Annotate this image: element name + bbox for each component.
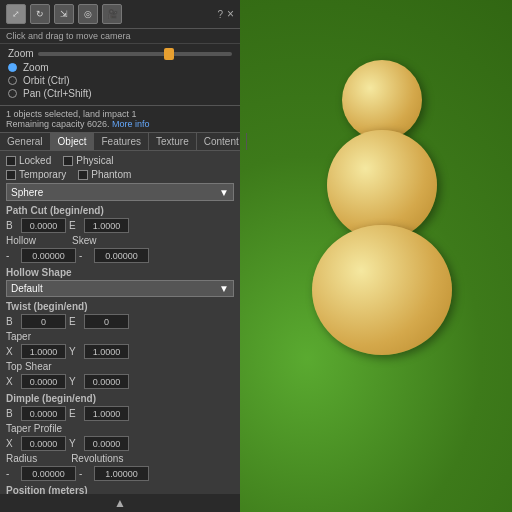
zoom-slider[interactable] [38,52,232,56]
position-label: Position (meters) [6,485,234,494]
hollow-shape-dropdown[interactable]: Default ▼ [6,280,234,297]
taper-profile-y-field[interactable] [84,436,129,451]
zoom-thumb[interactable] [164,48,174,60]
top-shear-row: X Y [6,374,234,389]
properties-panel: ⤢ ↻ ⇲ ◎ 🎥 ? × Click and drag to move cam… [0,0,240,512]
orbit-radio[interactable] [8,76,17,85]
pan-radio[interactable] [8,89,17,98]
taper-profile-label: Taper Profile [6,423,62,434]
dimple-label: Dimple (begin/end) [6,393,234,404]
info-line1: 1 objects selected, land impact 1 [6,109,234,119]
locked-label: Locked [19,155,51,166]
taper-x-field[interactable] [21,344,66,359]
orbit-radio-label: Orbit (Ctrl) [23,75,70,86]
revolutions-label: Revolutions [71,453,123,464]
taper-profile-labels: Taper Profile [6,423,234,434]
tabs: General Object Features Texture Content [0,133,240,151]
twist-row: B E [6,314,234,329]
twist-b-field[interactable] [21,314,66,329]
twist-label: Twist (begin/end) [6,301,234,312]
taper-profile-row: X Y [6,436,234,451]
temporary-checkbox[interactable] [6,170,16,180]
zoom-radio-label: Zoom [23,62,49,73]
top-shear-labels: Top Shear [6,361,234,372]
e-label: E [69,220,81,231]
radius-field[interactable] [21,466,76,481]
scale-tool-icon[interactable]: ⇲ [54,4,74,24]
taper-y-field[interactable] [84,344,129,359]
pan-radio-label: Pan (Ctrl+Shift) [23,88,92,99]
hollow-skew-labels: Hollow Skew [6,235,234,246]
phantom-checkbox[interactable] [78,170,88,180]
object-tab-content: Locked Physical Temporary Phantom Sphere… [0,151,240,494]
close-button[interactable]: × [227,7,234,21]
skew-field[interactable] [94,248,149,263]
move-tool-icon[interactable]: ⤢ [6,4,26,24]
shape-chevron-icon: ▼ [219,187,229,198]
top-shear-label: Top Shear [6,361,52,372]
hollow-shape-chevron-icon: ▼ [219,283,229,294]
temporary-label: Temporary [19,169,66,180]
revolutions-field[interactable] [94,466,149,481]
physical-check[interactable]: Physical [63,155,113,166]
help-button[interactable]: ? [217,9,223,20]
path-cut-b-field[interactable]: 0.0000 [21,218,66,233]
phantom-check[interactable]: Phantom [78,169,131,180]
dimple-b-field[interactable] [21,406,66,421]
sphere-top [342,60,422,140]
taper-row: X Y [6,344,234,359]
tab-features[interactable]: Features [94,133,148,150]
path-cut-label: Path Cut (begin/end) [6,205,234,216]
path-cut-row: B 0.0000 E 1.0000 [6,218,234,233]
b-label: B [6,220,18,231]
drag-hint: Click and drag to move camera [0,29,240,44]
path-cut-e-field[interactable]: 1.0000 [84,218,129,233]
more-info-link[interactable]: More info [112,119,150,129]
temporary-check[interactable]: Temporary [6,169,66,180]
checkbox-row2: Temporary Phantom [6,169,234,180]
hollow-field[interactable] [21,248,76,263]
3d-object [312,60,452,355]
radius-rev-labels: Radius Revolutions [6,453,234,464]
toolbar: ⤢ ↻ ⇲ ◎ 🎥 ? × [0,0,240,29]
locked-checkbox[interactable] [6,156,16,166]
top-shear-x-field[interactable] [21,374,66,389]
locked-check[interactable]: Locked [6,155,51,166]
hollow-skew-row: - - [6,248,234,263]
twist-e-field[interactable] [84,314,129,329]
tab-general[interactable]: General [0,133,51,150]
zoom-label: Zoom [8,48,34,59]
radius-label: Radius [6,453,37,464]
taper-profile-x-field[interactable] [21,436,66,451]
shape-row: Sphere ▼ [6,183,234,201]
sphere-mid [327,130,437,240]
physical-label: Physical [76,155,113,166]
shape-dropdown[interactable]: Sphere ▼ [6,183,234,201]
checkbox-row: Locked Physical [6,155,234,166]
taper-label: Taper [6,331,31,342]
tab-object[interactable]: Object [51,133,95,150]
taper-labels: Taper [6,331,234,342]
tab-texture[interactable]: Texture [149,133,197,150]
bottom-arrow[interactable]: ▲ [0,494,240,512]
info-bar: 1 objects selected, land impact 1 Remain… [0,106,240,133]
dimple-row: B E [6,406,234,421]
hollow-shape-label: Hollow Shape [6,267,234,278]
physical-checkbox[interactable] [63,156,73,166]
rotate-tool-icon[interactable]: ↻ [30,4,50,24]
phantom-label: Phantom [91,169,131,180]
zoom-radio[interactable] [8,63,17,72]
camera-tool-icon[interactable]: 🎥 [102,4,122,24]
top-shear-y-field[interactable] [84,374,129,389]
hollow-label: Hollow [6,235,36,246]
hollow-shape-value: Default [11,283,43,294]
radius-rev-row: - - [6,466,234,481]
focus-tool-icon[interactable]: ◎ [78,4,98,24]
shape-value: Sphere [11,187,43,198]
tab-content[interactable]: Content [197,133,247,150]
dimple-e-field[interactable] [84,406,129,421]
sphere-bot [312,225,452,355]
camera-controls: Zoom Zoom Orbit (Ctrl) Pan (Ctrl+Shift) [0,44,240,106]
info-line2: Remaining capacity 6026. More info [6,119,234,129]
skew-label: Skew [72,235,96,246]
